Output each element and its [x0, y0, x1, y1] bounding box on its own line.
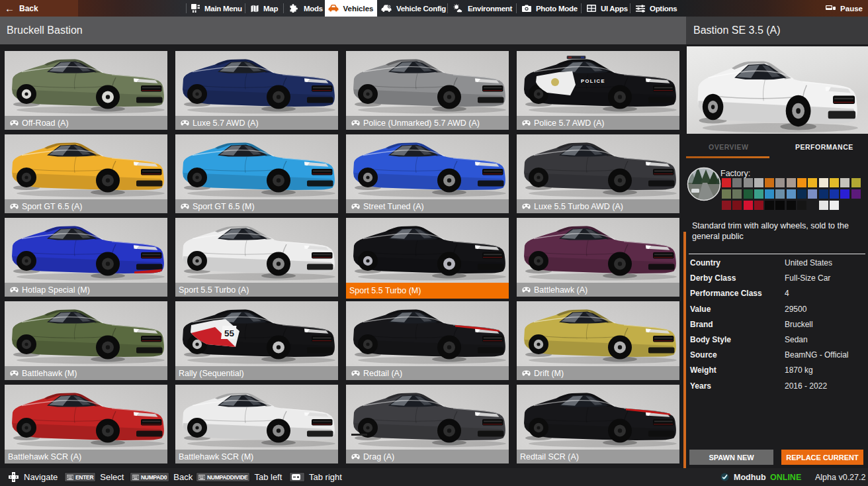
svg-text:POLICE: POLICE — [581, 78, 605, 84]
svg-text:55: 55 — [224, 328, 235, 338]
